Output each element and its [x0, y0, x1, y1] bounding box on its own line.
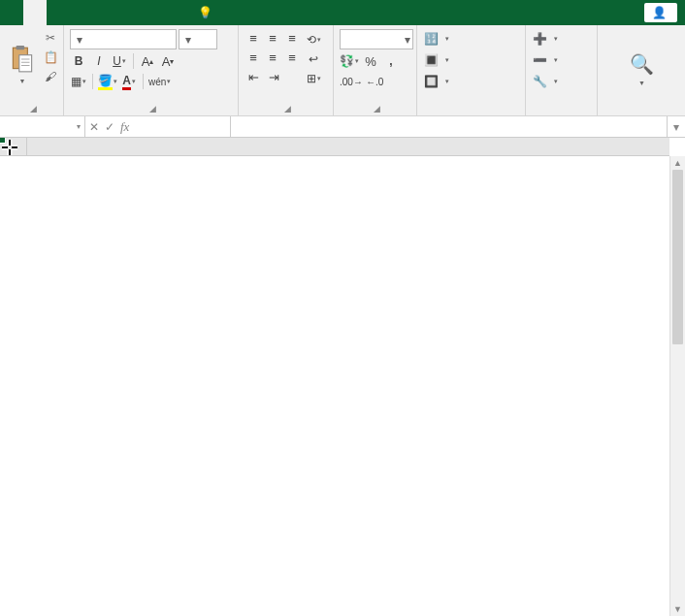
group-cells: ➕▾ ➖▾ 🔧▾ — [526, 25, 598, 115]
tab-page-layout[interactable] — [70, 0, 93, 25]
cancel-icon[interactable]: ✕ — [89, 120, 99, 134]
align-bottom-button[interactable]: ≡ — [283, 29, 301, 47]
magnifier-icon: 🔍 — [630, 52, 654, 76]
merge-button[interactable]: ⊞▾ — [305, 70, 322, 87]
expand-formula-bar[interactable]: ▾ — [668, 116, 685, 138]
percent-button[interactable]: % — [362, 52, 379, 70]
number-format-combo[interactable]: ▾ — [340, 29, 413, 49]
share-icon: 👤 — [652, 6, 667, 19]
formula-bar-buttons: ✕ ✓ fx — [85, 116, 231, 138]
format-as-table-button[interactable]: 🔳▾ — [423, 50, 449, 70]
decrease-indent-button[interactable]: ⇤ — [245, 68, 262, 85]
cells-grid[interactable] — [27, 156, 669, 616]
accounting-format-button[interactable]: 💱▾ — [340, 52, 359, 70]
wrap-icon: ↩ — [309, 52, 318, 66]
increase-decimal-button[interactable]: .00→ — [340, 73, 363, 90]
enter-icon[interactable]: ✓ — [105, 120, 114, 134]
share-button[interactable]: 👤 — [644, 3, 677, 22]
insert-cells-button[interactable]: ➕▾ — [532, 29, 558, 49]
chevron-down-icon: ▾ — [185, 33, 191, 47]
cell-style-icon: 🔲 — [423, 75, 439, 88]
group-alignment: ≡ ≡ ≡ ≡ ≡ ≡ ⇤ ⇥ ⟲▾ ↩ ⊞▾ ◢ — [239, 25, 334, 115]
fx-icon[interactable]: fx — [120, 119, 129, 135]
paste-button[interactable]: ▼ — [4, 27, 40, 102]
bold-button[interactable]: B — [70, 52, 87, 70]
dialog-launcher-icon[interactable]: ◢ — [284, 104, 291, 113]
cell-styles-button[interactable]: 🔲▾ — [423, 72, 449, 91]
align-left-button[interactable]: ≡ — [245, 49, 262, 66]
tab-formulas[interactable] — [93, 0, 116, 25]
orientation-icon: ⟲ — [307, 33, 316, 47]
tell-me[interactable]: 💡 — [186, 0, 228, 25]
login-link[interactable] — [625, 9, 640, 16]
dialog-launcher-icon[interactable]: ◢ — [374, 104, 380, 113]
group-styles: 🔢▾ 🔳▾ 🔲▾ — [417, 25, 526, 115]
scroll-down-icon[interactable]: ▼ — [670, 602, 685, 616]
chevron-down-icon: ▼ — [19, 78, 26, 84]
group-clipboard: ▼ ✂ 📋 🖌 ◢ — [0, 25, 64, 115]
chevron-down-icon: ▾ — [405, 33, 410, 47]
group-font: ▾ ▾ B I U▾ A▴ A▾ ▦▾ 🪣▾ A▾ wén▾ — [64, 25, 239, 115]
font-color-button[interactable]: A▾ — [120, 73, 138, 90]
wrap-text-button[interactable]: ↩ — [305, 50, 322, 68]
align-center-button[interactable]: ≡ — [264, 49, 281, 66]
font-name-combo[interactable]: ▾ — [70, 29, 177, 49]
decrease-font-button[interactable]: A▾ — [159, 52, 177, 70]
ribbon: ▼ ✂ 📋 🖌 ◢ ▾ ▾ B I U▾ A▴ — [0, 25, 685, 116]
clipboard-icon — [10, 45, 35, 74]
tab-data[interactable] — [116, 0, 140, 25]
vertical-scrollbar[interactable]: ▲ ▼ — [669, 156, 685, 616]
dialog-launcher-icon[interactable]: ◢ — [149, 104, 156, 113]
copy-button[interactable]: 📋 — [42, 49, 59, 66]
find-select-button[interactable]: 🔍 ▼ — [621, 27, 662, 112]
chevron-down-icon: ▾ — [77, 122, 81, 131]
increase-font-button[interactable]: A▴ — [139, 52, 156, 70]
name-box[interactable]: ▾ — [0, 116, 85, 138]
border-icon: ▦ — [71, 75, 82, 88]
select-all-corner[interactable] — [0, 138, 27, 156]
brush-icon: 🖌 — [45, 70, 56, 83]
currency-icon: 💱 — [340, 54, 354, 68]
font-size-combo[interactable]: ▾ — [179, 29, 217, 49]
border-button[interactable]: ▦▾ — [70, 73, 87, 90]
svg-rect-2 — [18, 55, 31, 72]
scissors-icon: ✂ — [46, 31, 55, 45]
column-headers[interactable] — [27, 138, 669, 156]
dialog-launcher-icon[interactable]: ◢ — [30, 104, 37, 113]
tab-view[interactable] — [163, 0, 186, 25]
ribbon-tabs: 💡 👤 — [0, 0, 685, 25]
orientation-button[interactable]: ⟲▾ — [305, 31, 322, 49]
align-top-button[interactable]: ≡ — [245, 29, 262, 47]
underline-button[interactable]: U▾ — [111, 52, 128, 70]
align-middle-button[interactable]: ≡ — [264, 29, 281, 47]
conditional-formatting-button[interactable]: 🔢▾ — [423, 29, 449, 49]
svg-rect-1 — [16, 46, 24, 49]
tab-file[interactable] — [0, 0, 23, 25]
scrollbar-thumb[interactable] — [672, 170, 683, 344]
decrease-decimal-button[interactable]: ←.0 — [366, 73, 383, 90]
italic-button[interactable]: I — [90, 52, 108, 70]
delete-cells-button[interactable]: ➖▾ — [532, 50, 558, 70]
align-right-button[interactable]: ≡ — [283, 49, 301, 66]
tab-insert[interactable] — [47, 0, 70, 25]
fill-color-button[interactable]: 🪣▾ — [98, 73, 117, 90]
format-painter-button[interactable]: 🖌 — [42, 68, 59, 85]
cond-format-icon: 🔢 — [423, 32, 439, 46]
worksheet[interactable]: ▲ ▼ — [0, 138, 685, 616]
format-cells-button[interactable]: 🔧▾ — [532, 72, 558, 91]
format-icon: 🔧 — [532, 75, 547, 88]
scroll-up-icon[interactable]: ▲ — [670, 156, 685, 170]
cut-button[interactable]: ✂ — [42, 29, 59, 47]
phonetic-button[interactable]: wén▾ — [148, 73, 171, 90]
group-number: ▾ 💱▾ % , .00→ ←.0 ◢ — [334, 25, 417, 115]
tab-review[interactable] — [140, 0, 163, 25]
tab-home[interactable] — [23, 0, 47, 25]
delete-icon: ➖ — [532, 53, 547, 67]
chevron-down-icon: ▼ — [638, 80, 645, 86]
formula-input[interactable] — [231, 116, 668, 138]
group-editing: 🔍 ▼ — [598, 25, 685, 115]
bucket-icon: 🪣 — [98, 74, 113, 90]
increase-indent-button[interactable]: ⇥ — [265, 68, 282, 85]
comma-button[interactable]: , — [382, 52, 400, 70]
formula-bar: ▾ ✕ ✓ fx ▾ — [0, 116, 685, 138]
